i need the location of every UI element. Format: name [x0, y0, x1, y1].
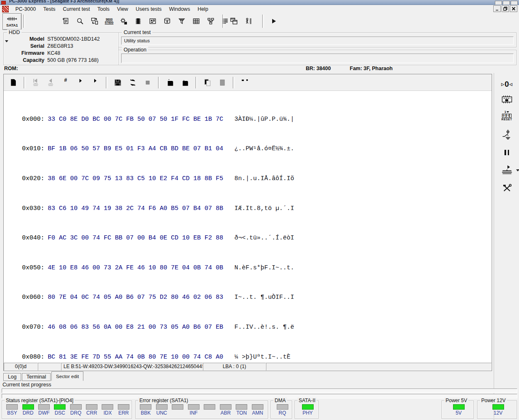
goto-sector-button[interactable]: # [59, 76, 72, 89]
hex-ascii[interactable]: 3ÀIÐ¼.|ûP.P.ü¾.| [234, 116, 294, 123]
firmware-tools-button[interactable] [117, 14, 130, 28]
led-indicator: DRD [20, 404, 36, 416]
tab[interactable]: Log [3, 373, 21, 381]
window-minimize-button[interactable] [495, 1, 502, 5]
reset-counter-button[interactable]: 1 000 RESET [498, 109, 516, 123]
read-sectors-button[interactable] [498, 164, 516, 178]
hex-row[interactable]: 0x010:BF 1B 06 50 57 B9 E5 01 F3 A4 CB B… [7, 138, 492, 145]
stop-button[interactable] [141, 76, 154, 89]
next-sector-button[interactable] [74, 76, 87, 89]
filter-funnel-button[interactable] [175, 14, 188, 28]
mdi-minimize-button[interactable] [493, 5, 501, 12]
close-sector-button[interactable] [7, 76, 19, 89]
load-from-file-button[interactable] [164, 76, 176, 89]
menu-item[interactable]: Users tests [132, 5, 166, 13]
menu-item[interactable]: Current test [59, 5, 94, 13]
mdi-close-button[interactable] [510, 5, 517, 12]
resources-board-button[interactable] [146, 14, 159, 28]
menu-item[interactable]: Tools [94, 5, 113, 13]
hex-row[interactable]: 0x080:BC 81 3E FE 7D 55 AA 74 0B 80 7E 1… [7, 346, 492, 354]
toolbar-separator [222, 15, 224, 28]
dropdown-caret-icon[interactable] [516, 169, 519, 171]
hex-row[interactable]: 0x000:33 C0 8E D0 BC 00 7C FB 50 07 50 1… [7, 108, 492, 116]
recalibrate-button[interactable]: 0 [498, 77, 516, 91]
hex-ascii[interactable]: ð¬<.tü»..´.Í.ëòI [234, 234, 294, 242]
toolbar-separator [106, 77, 107, 88]
menu-item[interactable]: Tests [39, 5, 59, 13]
utility-report-button[interactable] [59, 14, 72, 28]
save-to-file-button[interactable] [179, 76, 191, 89]
hex-row[interactable]: 0x050:4E 10 E8 46 00 73 2A FE 46 10 80 7… [7, 257, 492, 264]
hex-bytes[interactable]: 38 6E 00 7C 09 75 13 83 C5 10 E2 F4 CD 1… [48, 175, 229, 183]
editor-tools-button[interactable] [239, 76, 251, 89]
hdd-info-row: Model ST500DM002-1BD142 [4, 36, 118, 43]
paste-button[interactable] [216, 76, 229, 89]
hex-row[interactable]: 0x030:83 C6 10 49 74 19 38 2C 74 F6 A0 B… [7, 198, 492, 205]
rom-chip-button[interactable] [498, 93, 516, 107]
hex-bytes[interactable]: 33 C0 8E D0 BC 00 7C FB 50 07 50 1F FC B… [48, 116, 229, 123]
window-maximize-button[interactable] [503, 1, 510, 5]
tab[interactable]: Terminal [22, 373, 51, 381]
mdi-restore-button[interactable] [502, 5, 509, 12]
database-button[interactable] [161, 14, 174, 28]
led-indicator: INF [186, 404, 202, 416]
pc3000-window: { "window": { "title": "PC-3000 Express … [0, 0, 519, 420]
toolbar-group-windows [227, 14, 255, 28]
hex-ascii[interactable]: I~..t. ¶.uÒIF..I [234, 294, 294, 301]
hex-ascii[interactable]: N.èF.s*þF.I~..t. [234, 264, 294, 271]
baud-rate-value: BR: 38400 [306, 66, 331, 71]
hex-row[interactable]: 0x060:80 7E 04 0C 74 05 A0 B6 07 75 D2 8… [7, 286, 492, 294]
right-tools-button[interactable] [498, 182, 516, 196]
pause-button[interactable] [498, 145, 516, 159]
cascade-windows-button[interactable] [227, 14, 241, 28]
hex-bytes[interactable]: BF 1B 06 50 57 B9 E5 01 F3 A4 CB BD BE 0… [48, 145, 229, 153]
refresh-sector-button[interactable] [127, 76, 139, 89]
hex-bytes[interactable]: BC 81 3E FE 7D 55 AA 74 0B 80 7E 10 00 7… [48, 354, 229, 361]
last-sector-button[interactable] [89, 76, 102, 89]
hex-row[interactable]: 0x040:F0 AC 3C 00 74 FC BB 07 00 B4 0E C… [7, 227, 492, 234]
mdi-window-buttons [493, 5, 517, 12]
hex-ascii[interactable]: ¼ >þ}Uªt.I~..tÈ [234, 354, 294, 361]
led-label: DSC [52, 410, 68, 416]
hex-bytes[interactable]: 80 7E 04 0C 74 05 A0 B6 07 75 D2 80 46 0… [48, 294, 229, 301]
power-switch-button[interactable] [498, 128, 516, 142]
loupe-button[interactable] [73, 14, 87, 28]
hex-bytes[interactable]: F0 AC 3C 00 74 FC BB 07 00 B4 0E CD 10 E… [48, 234, 229, 242]
family-value: Fam: 3F, Pharaoh [350, 66, 393, 71]
sata-port-button[interactable]: SATA1 [2, 13, 22, 30]
hex-bytes[interactable]: 83 C6 10 49 74 19 38 2C 74 F6 A0 B5 07 B… [48, 205, 229, 212]
hex-ascii[interactable]: 8n.|.u.IÅ.âôÍ.Iõ [234, 175, 294, 182]
prev-sector-button[interactable] [44, 76, 57, 89]
hex-row[interactable]: 0x020:38 6E 00 7C 09 75 13 83 C5 10 E2 F… [7, 168, 492, 175]
start-test-button[interactable] [267, 14, 280, 28]
hex-address: 0x050: [22, 264, 46, 272]
hex-bytes[interactable]: 46 08 06 83 56 0A 00 E8 21 00 73 05 A0 B… [48, 324, 229, 331]
copy-button[interactable] [201, 76, 214, 89]
toolbar-separator [195, 77, 197, 88]
tab[interactable]: Sector edit [51, 371, 83, 381]
hdd-dropdown-arrow[interactable] [5, 40, 8, 42]
flowchart-button[interactable] [204, 14, 217, 28]
status-register-panel: Status register (SATA1)-[PIO4] BSY DRD D… [2, 400, 132, 419]
user-tests-button[interactable] [242, 14, 255, 28]
sector-editor-panel: # 0x000:33 C0 8E D0 BC 00 7C FB 50 07 50… [3, 74, 492, 371]
first-sector-button[interactable] [29, 76, 42, 89]
hex-ascii[interactable]: F..IV..è!.s. ¶.ë [234, 324, 294, 331]
baud-rate-button[interactable]: 9600 57600 [102, 14, 116, 28]
window-close-button[interactable] [511, 1, 518, 5]
led-indicator: CRR [84, 404, 100, 416]
menu-item[interactable]: View [113, 5, 132, 13]
hex-ascii[interactable]: ¿..PW¹å.ó¤Ë½¾.±. [234, 145, 294, 152]
menu-item[interactable]: Help [194, 5, 212, 13]
menu-item[interactable]: PC-3000 [12, 5, 39, 13]
hex-ascii[interactable]: IÆ.It.8,tö µ.´.I [234, 205, 294, 212]
hex-row[interactable]: 0x070:46 08 06 83 56 0A 00 E8 21 00 73 0… [7, 316, 492, 324]
port-swap-button[interactable] [88, 14, 101, 28]
hex-bytes[interactable]: 4E 10 E8 46 00 73 2A FE 46 10 80 7E 04 0… [48, 264, 229, 272]
chip-button[interactable] [132, 14, 145, 28]
led-lamp [277, 404, 288, 410]
grid-table-button[interactable] [190, 14, 203, 28]
menu-item[interactable]: Windows [165, 5, 194, 13]
save-sector-button[interactable] [112, 76, 124, 89]
hex-editor[interactable]: 0x000:33 C0 8E D0 BC 00 7C FB 50 07 50 1… [4, 91, 492, 362]
